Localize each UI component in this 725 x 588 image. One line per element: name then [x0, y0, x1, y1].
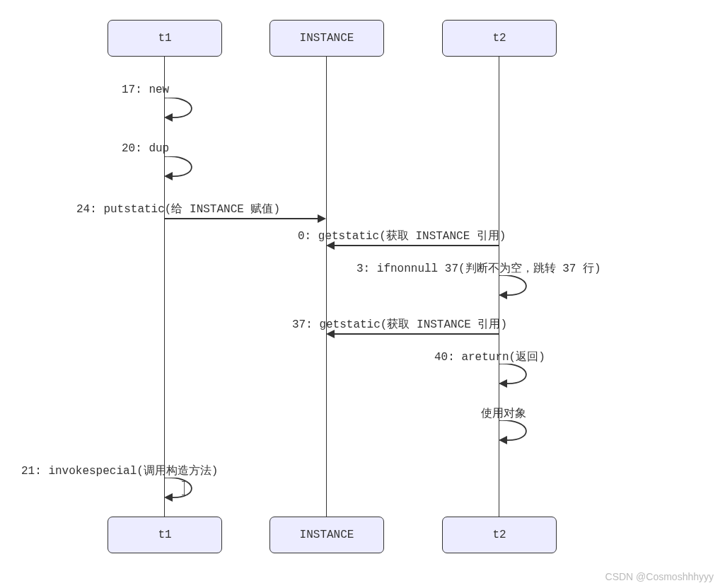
actor-t1-top: t1 — [108, 20, 222, 57]
msg-3-ifnonnull: 3: ifnonnull 37(判断不为空，跳转 37 行) — [356, 261, 601, 276]
svg-marker-1 — [164, 172, 173, 180]
watermark: CSDN @Cosmoshhhyyy — [605, 571, 714, 582]
msg-use-object: 使用对象 — [481, 406, 526, 421]
arrow-line — [335, 245, 499, 246]
sequence-diagram: t1 INSTANCE t2 t1 INSTANCE t2 17: new 20… — [0, 0, 725, 588]
arrow-head-icon — [326, 330, 335, 338]
self-loop-icon — [164, 98, 199, 126]
actor-label: t2 — [492, 529, 506, 541]
self-loop-icon — [499, 364, 534, 392]
svg-marker-0 — [164, 113, 173, 122]
actor-label: INSTANCE — [300, 529, 354, 541]
text-cursor-icon — [181, 482, 188, 495]
svg-marker-5 — [164, 493, 173, 502]
msg-24-putstatic: 24: putstatic(给 INSTANCE 赋值) — [76, 202, 280, 217]
actor-label: INSTANCE — [300, 32, 354, 45]
actor-t2-top: t2 — [442, 20, 557, 57]
self-loop-icon — [499, 275, 534, 304]
actor-t2-bottom: t2 — [442, 517, 557, 553]
actor-label: t1 — [158, 32, 171, 45]
arrow-head-icon — [318, 214, 326, 223]
self-loop-icon — [164, 156, 199, 185]
self-loop-icon — [499, 420, 534, 449]
arrow-line — [335, 333, 499, 335]
actor-label: t1 — [158, 529, 171, 541]
actor-label: t2 — [492, 32, 506, 45]
lifeline-instance — [326, 55, 327, 517]
actor-instance-top: INSTANCE — [269, 20, 384, 57]
msg-21-invokespecial: 21: invokespecial(调用构造方法) — [21, 463, 218, 478]
arrow-head-icon — [326, 241, 335, 250]
svg-marker-3 — [499, 379, 507, 388]
msg-17-new: 17: new — [122, 83, 169, 96]
svg-marker-4 — [499, 436, 507, 444]
arrow-line — [164, 218, 318, 219]
msg-37-getstatic: 37: getstatic(获取 INSTANCE 引用) — [292, 317, 507, 332]
actor-t1-bottom: t1 — [108, 517, 222, 553]
actor-instance-bottom: INSTANCE — [269, 517, 384, 553]
svg-marker-2 — [499, 291, 507, 299]
msg-20-dup: 20: dup — [122, 142, 169, 155]
msg-40-areturn: 40: areturn(返回) — [434, 350, 545, 364]
